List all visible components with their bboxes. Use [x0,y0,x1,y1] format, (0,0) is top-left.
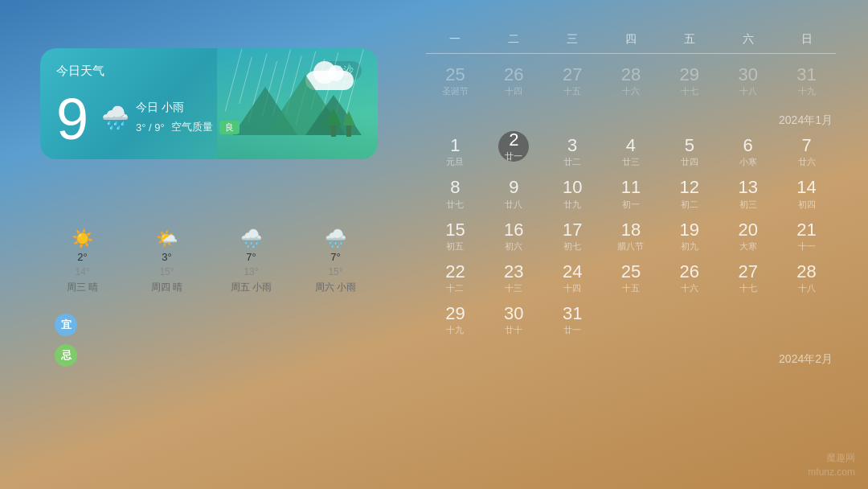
cal-jan-20[interactable]: 20大寒 [719,216,777,257]
watermark-line1: 魔趣网 [826,451,855,465]
calendar: 一 二 三 四 五 六 日 25圣诞节 26十四 27十五 28十六 29十七 … [426,32,836,370]
forecast-high-thu: 3° [162,251,171,263]
forecast-icon-wed: ☀️ [72,230,93,248]
weather-details: 今日 小雨 3° / 9° 空气质量 良 [136,101,240,134]
forecast-icon-fri: 🌧️ [240,230,262,248]
cal-jan-7[interactable]: 7廿六 [777,131,836,173]
cal-dec-30[interactable]: 30十八 [719,60,777,102]
cal-jan-22[interactable]: 22十二 [426,257,485,299]
cal-jan-19[interactable]: 19初九 [660,216,719,257]
cal-jan-2-today[interactable]: 2廿一 [498,131,529,162]
cal-jan-21[interactable]: 21十一 [777,216,836,257]
forecast-item-sat: 🌧️ 7° 15° 周六 小雨 [293,230,378,294]
cal-dec-31[interactable]: 31十九 [777,60,836,102]
forecast-label-wed: 周三 晴 [67,281,98,294]
forecast-item-wed: ☀️ 2° 14° 周三 晴 [40,230,125,294]
forecast-low-thu: 15° [159,266,174,277]
forecast-label-sat: 周六 小雨 [315,281,356,294]
cal-jan-25[interactable]: 25十五 [602,257,661,299]
weekday-thu: 四 [602,32,661,47]
cal-jan-26[interactable]: 26十六 [660,257,719,299]
ji-label: 忌 [61,348,72,363]
cal-jan-3[interactable]: 3廿二 [543,131,602,173]
cal-jan-24[interactable]: 24十四 [543,257,602,299]
forecast-icon-thu: 🌤️ [156,230,178,248]
cal-jan-12[interactable]: 12初二 [660,173,719,215]
calendar-grid: 25圣诞节 26十四 27十五 28十六 29十七 30十八 31十九 2024… [426,60,836,341]
cal-jan-8[interactable]: 8廿七 [426,173,485,215]
forecast-item-fri: 🌧️ 7° 13° 周五 小雨 [209,230,293,294]
weather-range-row: 3° / 9° 空气质量 良 [136,120,240,134]
cal-jan-1[interactable]: 1元旦 [426,131,485,173]
air-quality-label: 空气质量 [171,120,213,134]
watermark-line2: mfunz.com [808,466,855,478]
weather-title: 今日天气 [56,64,104,79]
temperature-display: 9 [56,90,88,148]
weekday-wed: 三 [543,32,602,47]
yi-badge: 宜 [55,314,77,336]
cal-dec-25[interactable]: 25圣诞节 [426,60,485,102]
calendar-weekdays: 一 二 三 四 五 六 日 [426,32,836,54]
cal-jan-9[interactable]: 9廿八 [485,173,543,215]
cal-jan-14[interactable]: 14初四 [777,173,836,215]
watermark: 魔趣网 mfunz.com [808,451,855,478]
cal-dec-28[interactable]: 28十六 [602,60,661,102]
weekday-tue: 二 [485,32,543,47]
cal-jan-23[interactable]: 23十三 [485,257,543,299]
forecast-high-fri: 7° [246,251,256,263]
weather-main: 9 🌧️ 今日 小雨 3° / 9° 空气质量 良 [56,87,362,148]
cal-jan-5[interactable]: 5廿四 [660,131,719,173]
forecast-row: ☀️ 2° 14° 周三 晴 🌤️ 3° 15° 周四 晴 🌧️ 7° 13° … [40,230,378,294]
cal-jan-30[interactable]: 30廿十 [485,299,543,341]
cal-jan-31[interactable]: 31廿一 [543,299,602,341]
forecast-icon-sat: 🌧️ [325,230,346,248]
forecast-high-wed: 2° [77,251,87,263]
cal-jan-27[interactable]: 27十七 [719,257,777,299]
weather-icon: 🌧️ [101,105,129,131]
cal-jan-16[interactable]: 16初六 [485,216,543,257]
cal-jan-10[interactable]: 10廿九 [543,173,602,215]
cal-jan-6[interactable]: 6小寒 [719,131,777,173]
cal-dec-29[interactable]: 29十七 [660,60,719,102]
forecast-low-sat: 15° [328,266,342,277]
cal-jan-11[interactable]: 11初一 [602,173,661,215]
weekday-sun: 日 [777,32,836,47]
cal-jan-4[interactable]: 4廿三 [602,131,661,173]
month-feb-label: 2024年2月 [426,344,836,370]
cal-jan-17[interactable]: 17初七 [543,216,602,257]
cal-jan-15[interactable]: 15初五 [426,216,485,257]
weekday-sat: 六 [719,32,777,47]
forecast-label-fri: 周五 小雨 [231,281,272,294]
forecast-item-thu: 🌤️ 3° 15° 周四 晴 [125,230,209,294]
cal-jan-29[interactable]: 29十九 [426,299,485,341]
temperature-range: 3° / 9° [136,121,165,134]
air-quality-badge: 良 [219,121,240,134]
yi-label: 宜 [61,318,72,332]
weekday-mon: 一 [426,32,485,47]
weekday-fri: 五 [660,32,719,47]
forecast-high-sat: 7° [330,251,340,263]
cal-dec-27[interactable]: 27十五 [543,60,602,102]
cal-dec-26[interactable]: 26十四 [485,60,543,102]
month-jan-label: 2024年1月 [426,102,836,131]
auspicious-section: 宜 忌 [55,314,77,367]
weather-card: 今日天气 长沙 9 🌧️ 今日 小雨 3° / 9° 空气质量 良 [40,48,378,159]
cal-jan-13[interactable]: 13初三 [719,173,777,215]
cal-jan-18[interactable]: 18腊八节 [602,216,661,257]
cal-jan-28[interactable]: 28十八 [777,257,836,299]
weather-description: 今日 小雨 [136,101,184,115]
forecast-low-fri: 13° [244,266,258,277]
ji-badge: 忌 [55,344,77,367]
forecast-low-wed: 14° [75,266,89,277]
forecast-label-thu: 周四 晴 [151,281,182,294]
